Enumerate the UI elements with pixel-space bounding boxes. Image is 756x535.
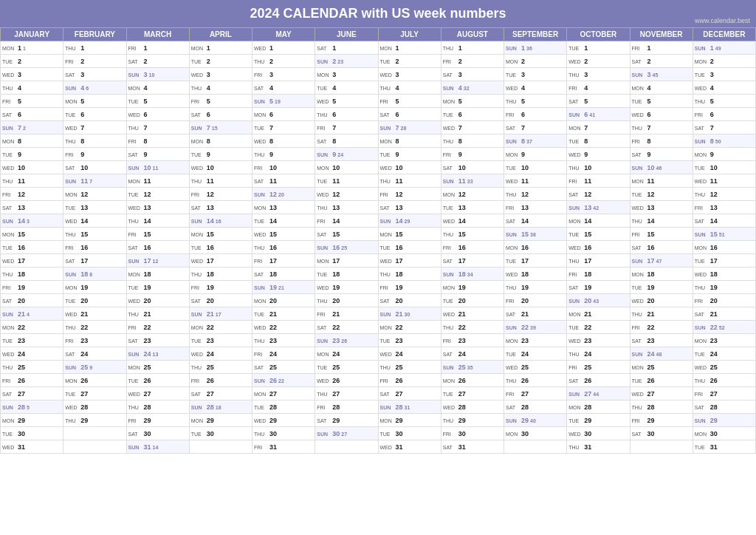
cell-july-row23: WED24	[378, 347, 441, 361]
day-of-week: FRI	[65, 59, 80, 64]
cell-june-row29: SUN3027	[315, 427, 378, 440]
cell-january-row29: TUE30	[1, 427, 63, 440]
day-of-week: THU	[2, 179, 17, 184]
cell-june-row27: FRI28	[315, 401, 378, 414]
cell-february-row7: THU8	[63, 134, 126, 148]
day-number: 17	[332, 257, 340, 265]
cell-august-row27: WED28	[441, 401, 504, 414]
week-number: 18	[216, 405, 221, 410]
day-number: 30	[269, 430, 277, 437]
cell-february-row30	[63, 440, 126, 454]
cell-july-row20: SUN2130	[378, 307, 441, 321]
week-number: 7	[89, 179, 92, 184]
day-of-week: TUE	[254, 405, 269, 410]
cell-february-row10: SUN117	[63, 174, 126, 188]
cell-may-row14: WED15	[252, 228, 315, 241]
day-number: 17	[710, 257, 718, 265]
day-number: 12	[80, 191, 88, 198]
cell-january-row6: SUN72	[1, 121, 63, 134]
calendar-row: THU11SUN117MON11THU11SAT11TUE11THU11SUN1…	[1, 174, 756, 188]
day-of-week: FRI	[568, 86, 583, 91]
day-of-week: SAT	[695, 219, 709, 224]
cell-august-row13: WED14	[441, 214, 504, 228]
day-number: 14	[584, 217, 591, 225]
day-of-week: WED	[128, 299, 143, 304]
header: 2024 CALENDAR with US week numbers www.c…	[0, 0, 756, 27]
day-number: 17	[584, 257, 591, 265]
day-number: 8	[332, 137, 336, 145]
cell-april-row15: TUE16	[189, 241, 252, 254]
day-number: 18	[80, 270, 88, 278]
day-number: 5	[207, 98, 210, 105]
day-number: 31	[396, 443, 403, 451]
day-number: 20	[80, 297, 88, 304]
day-number: 27	[710, 390, 718, 398]
cell-november-row11: TUE12	[630, 188, 693, 201]
day-number: 4	[647, 84, 651, 92]
day-of-week: SUN	[632, 166, 647, 171]
cell-october-row20: MON21	[567, 307, 630, 321]
day-number: 30	[710, 430, 718, 437]
cell-march-row2: SUN310	[126, 68, 189, 81]
day-of-week: MON	[695, 432, 709, 437]
day-number: 25	[144, 364, 151, 371]
day-number: 7	[80, 124, 84, 132]
day-number: 19	[269, 284, 277, 291]
day-of-week: TUE	[317, 365, 331, 370]
day-of-week: SAT	[380, 392, 395, 397]
day-number: 12	[521, 191, 529, 198]
cell-july-row12: SAT13	[378, 201, 441, 214]
day-number: 3	[584, 71, 588, 78]
day-of-week: FRI	[568, 365, 583, 370]
cell-august-row19: TUE20	[441, 294, 504, 307]
day-of-week: MON	[65, 285, 80, 290]
day-number: 20	[396, 297, 403, 304]
week-number: 16	[216, 219, 221, 224]
cell-may-row26: MON27	[252, 387, 315, 401]
cell-july-row16: WED17	[378, 254, 441, 268]
calendar-row: THU18SUN188MON18THU18SAT18TUE18THU18SUN1…	[1, 268, 756, 281]
week-number: 48	[656, 352, 662, 357]
day-of-week: TUE	[443, 392, 458, 397]
cell-december-row2: TUE3	[693, 68, 755, 81]
cell-august-row0: THU1	[441, 41, 504, 55]
day-of-week: MON	[128, 365, 143, 370]
day-number: 10	[144, 164, 151, 171]
day-number: 6	[269, 111, 273, 118]
day-of-week: WED	[128, 392, 143, 397]
day-of-week: FRI	[632, 325, 647, 330]
cell-december-row21: SUN2252	[693, 321, 755, 334]
week-number: 37	[526, 139, 532, 144]
cell-september-row5: FRI6	[504, 108, 567, 121]
cell-march-row28: FRI29	[126, 414, 189, 427]
day-of-week: THU	[695, 285, 709, 290]
day-of-week: FRI	[2, 192, 17, 197]
week-number: 27	[341, 432, 347, 437]
week-number: 39	[530, 325, 536, 330]
day-number: 11	[18, 177, 25, 185]
cell-september-row10: WED11	[504, 174, 567, 188]
cell-september-row20: SAT21	[504, 307, 567, 321]
cell-may-row8: THU9	[252, 148, 315, 161]
day-number: 14	[521, 217, 529, 225]
day-of-week: FRI	[317, 405, 331, 410]
cell-december-row19: FRI20	[693, 294, 755, 307]
day-of-week: SAT	[695, 312, 709, 317]
day-number: 7	[207, 124, 210, 132]
cell-january-row26: SAT27	[1, 387, 63, 401]
cell-february-row17: SUN188	[63, 268, 126, 281]
calendar-row: FRI26MON26TUE26FRI26SUN2622WED26FRI26MON…	[1, 374, 756, 387]
day-of-week: WED	[632, 299, 647, 304]
cell-march-row14: FRI15	[126, 228, 189, 241]
day-of-week: SUN	[632, 72, 647, 78]
cell-january-row24: THU25	[1, 361, 63, 374]
month-header-sep: SEPTEMBER	[504, 28, 567, 41]
day-number: 21	[458, 310, 466, 318]
calendar-row: SUN285WED28THU28SUN2818TUE28FRI28SUN2831…	[1, 401, 756, 414]
calendar-row: FRI12MON12TUE12FRI12SUN1220WED12FRI12MON…	[1, 188, 756, 201]
day-of-week: FRI	[128, 325, 143, 330]
cell-april-row14: MON15	[189, 228, 252, 241]
day-number: 15	[584, 231, 591, 238]
day-of-week: WED	[191, 166, 206, 171]
day-of-week: MON	[317, 72, 331, 78]
